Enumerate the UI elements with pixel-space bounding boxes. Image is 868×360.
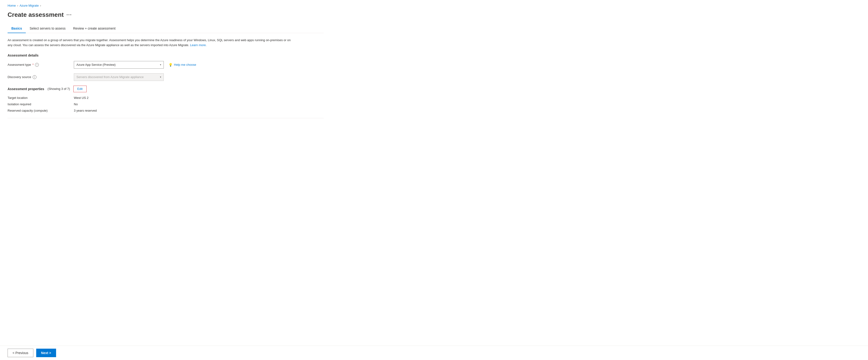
assessment-details-heading: Assessment details [7,54,324,57]
assessment-type-row: Assessment type * i Azure App Service (P… [7,61,324,69]
learn-more-link[interactable]: Learn more. [190,43,207,47]
property-label-isolation: Isolation required [7,102,74,106]
properties-table: Target location West US 2 Isolation requ… [7,96,324,112]
description-text: An assessment is created on a group of s… [7,38,291,48]
edit-button[interactable]: Edit [73,86,87,92]
tabs-container: Basics Select servers to assess Review +… [7,24,324,33]
assessment-details-section: Assessment details Assessment type * i A… [7,54,324,81]
bottom-navigation: < Previous Next > [0,346,868,360]
required-indicator: * [32,63,34,66]
title-menu-button[interactable]: ··· [66,12,72,18]
tab-basics[interactable]: Basics [7,24,26,33]
tab-select-servers[interactable]: Select servers to assess [26,24,69,33]
table-row: Reserved capacity (compute) 3 years rese… [7,109,324,112]
table-row: Target location West US 2 [7,96,324,100]
help-me-choose-link[interactable]: 💡 Help me choose [168,63,196,67]
assessment-type-info-icon[interactable]: i [35,63,39,67]
breadcrumb-azure-migrate[interactable]: Azure Migrate [20,4,39,7]
discovery-source-label: Discovery source i [7,75,74,79]
property-value-reserved-capacity: 3 years reserved [74,109,97,112]
dropdown-arrow-icon: ▾ [160,63,161,66]
property-label-target-location: Target location [7,96,74,100]
properties-header: Assessment properties (Showing 3 of 7) E… [7,86,324,92]
discovery-source-dropdown[interactable]: Servers discovered from Azure Migrate ap… [74,73,164,81]
next-button[interactable]: Next > [36,349,56,357]
assessment-type-dropdown[interactable]: Azure App Service (Preview) ▾ [74,61,164,69]
page-title-row: Create assessment ··· [7,11,324,19]
breadcrumb: Home › Azure Migrate › [7,4,324,7]
assessment-type-label: Assessment type * i [7,63,74,67]
discovery-source-info-icon[interactable]: i [33,75,36,79]
showing-count: (Showing 3 of 7) [48,87,70,91]
breadcrumb-home[interactable]: Home [7,4,16,7]
tab-review[interactable]: Review + create assessment [69,24,119,33]
property-label-reserved-capacity: Reserved capacity (compute) [7,109,74,112]
section-divider [7,118,324,118]
bulb-icon: 💡 [168,63,173,67]
page-title: Create assessment [7,11,64,19]
discovery-dropdown-arrow-icon: ▾ [160,76,161,78]
breadcrumb-sep-1: › [17,4,18,7]
property-value-isolation: No [74,102,78,106]
previous-button[interactable]: < Previous [7,349,33,357]
assessment-properties-heading: Assessment properties [7,87,44,91]
property-value-target-location: West US 2 [74,96,89,100]
table-row: Isolation required No [7,102,324,106]
discovery-source-row: Discovery source i Servers discovered fr… [7,73,324,81]
assessment-properties-section: Assessment properties (Showing 3 of 7) E… [7,86,324,112]
breadcrumb-sep-2: › [40,4,41,7]
